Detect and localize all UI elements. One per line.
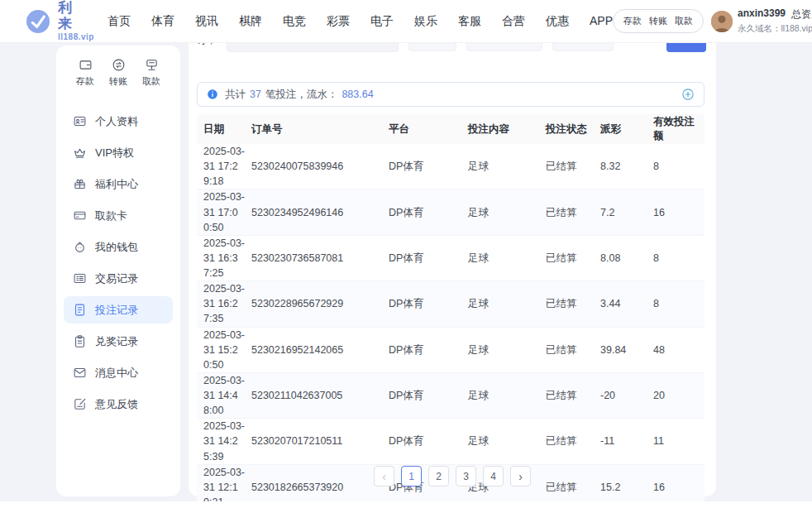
table-cell: 已结算 [546, 159, 600, 174]
table-cell: 2025-03-31 15:20:50 [197, 328, 251, 372]
table-cell: 2025-03-31 17:29:18 [197, 144, 251, 189]
nav-item[interactable]: 电竞 [283, 14, 306, 29]
redeem-record-icon [73, 334, 87, 348]
nav-item[interactable]: 体育 [151, 14, 174, 29]
sidebar-item-label: 投注记录 [95, 303, 138, 318]
betting-records-page: 利来 ll188.vip 首页体育视讯棋牌电竞彩票电子娱乐客服合营优惠APP 存… [0, 0, 812, 508]
quick-action-deposit[interactable]: 存款 [76, 58, 94, 88]
summary-prefix: 共计 [225, 88, 246, 102]
table-cell: 2025-03-31 16:37:25 [197, 236, 251, 280]
quick-action-withdraw[interactable]: 取款 [142, 58, 160, 88]
sidebar: 存款 转账 取款 个人资料 VIP特权 [56, 46, 180, 496]
nav-item[interactable]: 电子 [370, 14, 394, 29]
logo[interactable]: 利来 ll188.vip [25, 1, 94, 41]
table-cell: 已结算 [546, 251, 600, 266]
summary-bar: 共计 37 笔投注，流水： 883.64 [197, 82, 705, 107]
permanent-domain: 永久域名：ll188.vip | ll188.... [738, 23, 812, 35]
pagination: ‹ 1 2 3 4 › [189, 466, 716, 486]
nav-item[interactable]: 首页 [107, 14, 131, 29]
column-header: 平台 [389, 122, 468, 137]
quick-action-label: 存款 [76, 75, 94, 88]
table-cell: 已结算 [546, 296, 600, 311]
table-cell: 足球 [468, 296, 546, 311]
sidebar-item-messages[interactable]: 消息中心 [64, 359, 173, 386]
column-header: 投注状态 [546, 122, 600, 137]
nav-item[interactable]: 娱乐 [414, 14, 437, 29]
sidebar-item-label: 交易记录 [95, 271, 138, 286]
column-header: 日期 [197, 122, 251, 137]
table-cell: -20 [600, 388, 653, 403]
bet-records-table: 日期订单号平台投注内容投注状态派彩有效投注额 2025-03-31 17:29:… [197, 114, 705, 508]
table-cell: 8 [653, 159, 705, 174]
bet-record-icon [73, 303, 87, 317]
sidebar-item-label: 取款卡 [95, 208, 127, 223]
table-cell: 已结算 [546, 388, 600, 403]
table-header-row: 日期订单号平台投注内容投注状态派彩有效投注额 [197, 114, 705, 144]
table-cell: 足球 [468, 159, 546, 174]
table-cell: 已结算 [546, 205, 600, 220]
id-card-icon [73, 114, 87, 128]
sidebar-item-feedback[interactable]: 意见反馈 [64, 391, 173, 418]
sidebar-item-redeem-records[interactable]: 兑奖记录 [64, 328, 173, 355]
table-cell: 5230234952496146 [251, 205, 389, 220]
quick-action-transfer[interactable]: 转账 [109, 58, 127, 88]
withdraw-icon [145, 58, 159, 72]
nav-item[interactable]: 客服 [458, 14, 481, 29]
crown-icon [73, 146, 87, 160]
page-button-1[interactable]: 1 [401, 466, 422, 486]
table-cell: DP体育 [389, 388, 468, 403]
prev-page-button[interactable]: ‹ [374, 466, 394, 486]
summary-count: 37 [250, 89, 261, 100]
sidebar-item-label: 意见反馈 [95, 397, 138, 412]
chevron-left-icon: ‹ [382, 471, 386, 482]
wallet-pill-item[interactable]: 取款 [675, 15, 693, 27]
next-page-button[interactable]: › [510, 466, 531, 486]
nav-item[interactable]: APP [590, 14, 613, 29]
nav-item[interactable]: 合营 [502, 14, 525, 29]
table-cell: 2025-03-31 14:25:39 [197, 419, 251, 463]
table-cell: 8.08 [600, 251, 653, 266]
table-cell: 5230230736587081 [251, 251, 389, 266]
table-row: 2025-03-31 17:29:185230240075839946DP体育足… [197, 144, 705, 189]
table-cell: 5230207017210511 [251, 434, 389, 448]
table-cell: 2025-03-31 16:27:35 [197, 281, 251, 326]
table-cell: DP体育 [389, 159, 468, 174]
bank-card-icon [73, 208, 87, 223]
wallet-pill-item[interactable]: 存款 [623, 15, 642, 27]
sidebar-item-transactions[interactable]: 交易记录 [64, 265, 173, 292]
page-button-3[interactable]: 3 [456, 466, 476, 486]
message-icon [73, 366, 87, 380]
footer-strip [0, 501, 812, 508]
gift-icon [73, 177, 87, 191]
page-button-4[interactable]: 4 [483, 466, 504, 486]
column-header: 投注内容 [468, 122, 546, 137]
wallet-pill-item[interactable]: 转账 [649, 15, 667, 27]
brand-icon [25, 8, 51, 35]
summary-middle: 笔投注，流水： [265, 88, 338, 102]
quick-action-label: 转账 [109, 75, 127, 88]
table-cell: DP体育 [389, 251, 468, 266]
sidebar-item-withdraw-card[interactable]: 取款卡 [64, 202, 173, 229]
sidebar-item-wallet[interactable]: 我的钱包 [64, 233, 173, 261]
table-cell: DP体育 [389, 296, 468, 311]
table-cell: 8 [653, 251, 705, 266]
summary-turnover: 883.64 [342, 89, 373, 100]
page-button-2[interactable]: 2 [428, 466, 449, 486]
circle-plus-icon[interactable] [681, 88, 695, 101]
logo-domain: ll188.vip [58, 32, 94, 41]
table-cell: 5230240075839946 [251, 159, 389, 174]
main-nav: 首页体育视讯棋牌电竞彩票电子娱乐客服合营优惠APP [107, 14, 613, 29]
sidebar-item-profile[interactable]: 个人资料 [64, 108, 173, 135]
avatar[interactable] [711, 11, 733, 32]
table-cell: 足球 [468, 251, 546, 266]
sidebar-item-bet-records[interactable]: 投注记录 [64, 296, 173, 323]
nav-item[interactable]: 彩票 [327, 14, 350, 29]
sidebar-item-welfare[interactable]: 福利中心 [64, 170, 173, 198]
table-row: 2025-03-31 16:27:355230228965672929DP体育足… [197, 281, 705, 327]
nav-item[interactable]: 视讯 [195, 14, 218, 29]
sidebar-item-vip[interactable]: VIP特权 [64, 139, 173, 166]
user-info[interactable]: anxin3399 总资产：1363.49元 永久域名：ll188.vip | … [711, 7, 812, 35]
nav-item[interactable]: 棋牌 [239, 14, 262, 29]
column-header: 订单号 [251, 122, 389, 137]
nav-item[interactable]: 优惠 [546, 14, 569, 29]
